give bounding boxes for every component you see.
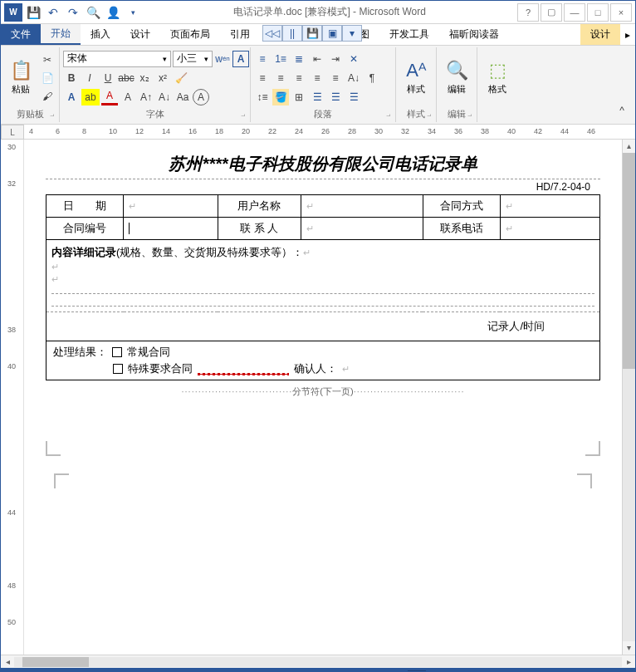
cell-contract-no-value[interactable] [124,218,218,240]
minimize-button[interactable]: — [564,3,585,22]
form-table[interactable]: 日 期 ↵ 用户名称 ↵ 合同方式 ↵ 合同编号 联 系 人 ↵ 联系电话 ↵ [46,194,600,380]
cell-date-label[interactable]: 日 期 [46,195,124,218]
shading-button[interactable]: 🪣 [272,89,289,105]
enclose-char-button[interactable]: A [193,89,209,105]
vscroll-thumb[interactable] [623,153,635,369]
cell-recorder[interactable]: 记录人/时间 [46,312,600,341]
multilevel-button[interactable]: ≣ [291,51,307,67]
sort-button[interactable]: A↓ [345,70,362,86]
underline-button[interactable]: U [100,70,116,86]
decrease-indent-button[interactable]: ⇤ [309,51,325,67]
line-spacing-button[interactable]: ↕≡ [254,89,271,105]
vertical-scrollbar[interactable]: ▴ ▾ [622,140,635,655]
cell-result[interactable]: 处理结果： 常规合同 特殊要求合同 确认人：↵ [46,341,600,380]
word-icon[interactable]: W [4,3,22,22]
superscript-button[interactable]: x² [154,70,171,86]
font-name-select[interactable]: 宋体▾ [63,51,171,67]
tab-design[interactable]: 设计 [120,24,160,45]
subscript-button[interactable]: x₂ [136,70,153,86]
tab-home[interactable]: 开始 [41,24,81,45]
format-painter-button[interactable]: 🖌 [39,88,56,105]
float-more-button[interactable]: ▾ [342,25,362,42]
cell-content[interactable]: 内容详细记录(规格、数量、交货期及特殊要求等）：↵ ↵ ↵ [46,240,600,312]
tab-references[interactable]: 引用 [220,24,260,45]
clear-format-button[interactable]: 🧹 [173,70,189,86]
cut-button[interactable]: ✂ [39,52,56,68]
vertical-ruler[interactable]: 30323840444850 [1,140,24,655]
borders-button[interactable]: ⊞ [291,89,307,105]
vscroll-track[interactable] [623,153,635,641]
document-page[interactable]: 苏州****电子科技股份有限公司电话记录单 HD/7.2-04-0 日 期 ↵ … [41,140,605,581]
tab-insert[interactable]: 插入 [81,24,120,45]
page-scroll-area[interactable]: 苏州****电子科技股份有限公司电话记录单 HD/7.2-04-0 日 期 ↵ … [24,140,622,655]
scroll-up-button[interactable]: ▴ [623,140,635,153]
cell-phone-value[interactable]: ↵ [500,218,599,240]
tab-overflow[interactable]: ▸ [620,24,635,45]
tab-file[interactable]: 文件 [1,24,41,45]
tab-selector[interactable]: L [1,125,24,140]
para-opt1-button[interactable]: ☰ [327,89,344,105]
special-detail-field[interactable] [198,363,289,375]
bullets-button[interactable]: ≡ [254,51,271,67]
tab-developer[interactable]: 开发工具 [379,24,439,45]
char-border-button[interactable]: A [232,51,249,67]
help-button[interactable]: ? [517,3,539,22]
hscroll-track[interactable] [14,657,622,667]
align-center-button[interactable]: ≡ [272,70,289,86]
char-shading-button[interactable]: A [120,89,136,105]
italic-button[interactable]: I [81,70,98,86]
horizontal-scrollbar[interactable]: ◂ ▸ [1,655,635,668]
undo-button[interactable]: ↶ [44,3,62,22]
justify-button[interactable]: ≡ [309,70,325,86]
align-right-button[interactable]: ≡ [291,70,307,86]
maximize-button[interactable]: □ [587,3,609,22]
asian-layout-button[interactable]: ☰ [309,89,325,105]
collapse-ribbon-button[interactable]: ^ [614,102,630,119]
tab-table-design[interactable]: 设计 [580,24,620,45]
paste-button[interactable]: 📋 粘贴 [4,49,37,106]
print-preview-button[interactable]: 🔍 [84,3,102,22]
scroll-left-button[interactable]: ◂ [1,657,14,666]
align-left-button[interactable]: ≡ [254,70,271,86]
ruler-align-button[interactable]: ✕ [345,51,362,67]
tab-layout[interactable]: 页面布局 [160,24,220,45]
cell-customer-value[interactable]: ↵ [301,195,423,218]
qat-more-button[interactable]: 👤 [104,3,122,22]
horizontal-ruler[interactable]: 4681012141618202224262830323436384042444… [24,125,635,139]
scroll-down-button[interactable]: ▾ [623,641,635,655]
tab-foxit[interactable]: 福昕阅读器 [439,24,509,45]
cell-contract-type-value[interactable]: ↵ [500,195,599,218]
cell-customer-label[interactable]: 用户名称 [218,195,301,218]
cell-contract-no-label[interactable]: 合同编号 [46,218,124,240]
float-save-button[interactable]: 💾 [302,25,322,42]
font-color-button[interactable]: A [101,89,118,105]
para-opt2-button[interactable]: ☰ [345,89,362,105]
float-pause-button[interactable]: || [282,25,302,42]
float-prev-button[interactable]: ◁◁ [262,25,282,42]
cell-phone-label[interactable]: 联系电话 [423,218,500,240]
qat-dropdown[interactable]: ▾ [124,3,142,22]
phonetic-guide-button[interactable]: wén [214,51,231,67]
bold-button[interactable]: B [63,70,80,86]
cell-contact-label[interactable]: 联 系 人 [218,218,301,240]
copy-button[interactable]: 📄 [39,70,56,86]
find-button[interactable]: 🔍 编辑 [440,49,473,106]
strikethrough-button[interactable]: abc [118,70,135,86]
text-effects-button[interactable]: A [63,89,80,105]
checkbox-normal[interactable] [112,347,122,357]
font-size-select[interactable]: 小三▾ [173,51,213,67]
change-case-button[interactable]: Aa [174,89,191,105]
ribbon-options-button[interactable]: ▢ [541,3,562,22]
cell-contact-value[interactable]: ↵ [301,218,423,240]
redo-button[interactable]: ↷ [64,3,82,22]
shrink-font-button[interactable]: A↓ [156,89,173,105]
checkbox-special[interactable] [113,364,123,374]
styles-button[interactable]: Aᴬ 样式 [399,49,433,106]
save-button[interactable]: 💾 [24,3,42,22]
highlight-button[interactable]: ab [81,89,100,105]
float-stop-button[interactable]: ▣ [322,25,342,42]
cell-contract-type-label[interactable]: 合同方式 [423,195,500,218]
increase-indent-button[interactable]: ⇥ [327,51,344,67]
scroll-right-button[interactable]: ▸ [622,657,635,666]
distribute-button[interactable]: ≡ [327,70,344,86]
